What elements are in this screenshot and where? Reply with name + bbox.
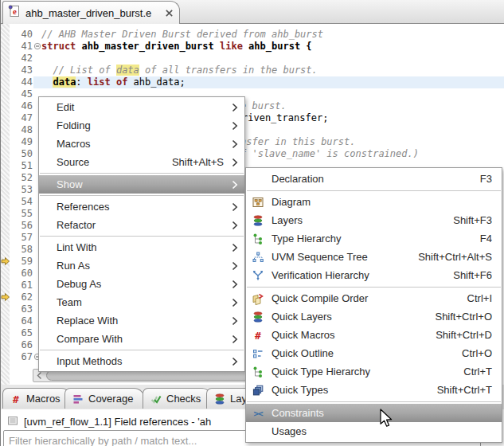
checks-icon	[150, 393, 162, 405]
menu-item-label: Quick Compile Order	[272, 292, 368, 304]
menu-item-declaration[interactable]: DeclarationF3	[246, 170, 502, 188]
submenu-arrow-icon	[227, 298, 238, 307]
menu-item-usages[interactable]: Usages	[246, 422, 502, 440]
close-icon[interactable]	[165, 9, 174, 18]
submenu-arrow-icon	[227, 139, 238, 149]
menu-item-label: Constraints	[272, 407, 324, 419]
submenu-arrow-icon	[227, 121, 238, 131]
marker-cell	[1, 196, 10, 208]
menu-item-quick-compile-order[interactable]: Quick Compile OrderCtrl+I	[246, 289, 502, 307]
menu-item-quick-layers[interactable]: Quick LayersShift+Ctrl+O	[246, 307, 502, 326]
menu-item-label: Diagram	[272, 196, 311, 208]
menu-item-verification-hierarchy[interactable]: Verification HierarchyShift+F6	[246, 266, 502, 284]
menu-item-show[interactable]: Show	[39, 175, 244, 194]
diagram-icon	[251, 196, 265, 209]
code-text: data: list of ahb_data;	[33, 76, 504, 88]
line-number: 43	[10, 65, 33, 76]
code-line-42[interactable]: 42	[1, 53, 504, 65]
menu-item-quick-macros[interactable]: #Quick MacrosShift+Ctrl+D	[246, 326, 502, 344]
menu-item-label: Replace With	[57, 315, 118, 327]
menu-item-diagram[interactable]: Diagram	[246, 193, 502, 211]
menu-separator	[40, 236, 244, 237]
menu-item-team[interactable]: Team	[39, 293, 244, 311]
menu-item-run-as[interactable]: Run As	[39, 256, 244, 275]
menu-item-label: References	[57, 201, 109, 213]
show-submenu: DeclarationF3DiagramLayersShift+F3Type H…	[245, 167, 502, 443]
code-line-41[interactable]: 41struct ahb_master_driven_burst like ah…	[1, 41, 504, 53]
menu-item-label: Refactor	[57, 219, 96, 231]
outline-icon	[251, 347, 265, 360]
marker-cell	[1, 232, 10, 244]
menu-item-shortcut: Ctrl+I	[467, 292, 495, 304]
menu-item-debug-as[interactable]: Debug As	[39, 275, 244, 293]
mouse-cursor	[380, 409, 394, 429]
menu-item-label: Show	[57, 178, 83, 190]
references-title: [uvm_ref_flow_1.1] Field references - 'a…	[24, 416, 211, 428]
marker-cell	[1, 53, 10, 65]
marker-cell	[1, 112, 10, 124]
menu-item-constraints[interactable]: ><Constraints	[246, 404, 502, 422]
line-number: 67	[10, 351, 33, 363]
menu-item-replace-with[interactable]: Replace With	[39, 311, 244, 330]
menu-item-macros[interactable]: Macros	[39, 135, 244, 153]
code-text: struct ahb_master_driven_burst like ahb_…	[33, 41, 504, 53]
marker-cell	[1, 208, 10, 220]
submenu-arrow-icon	[227, 243, 238, 252]
editor-tab[interactable]: e ahb_master_driven_burst.e	[2, 1, 180, 24]
line-number: 57	[10, 232, 33, 244]
layers-icon	[251, 311, 265, 323]
submenu-arrow-icon	[227, 221, 238, 230]
line-number: 55	[10, 208, 33, 220]
code-line-40[interactable]: 40// AHB Master Driven Burst derived fro…	[1, 29, 504, 41]
tab-coverage[interactable]: Coverage	[64, 388, 145, 409]
line-number: 40	[10, 29, 33, 41]
submenu-arrow-icon	[227, 316, 238, 326]
line-number: 63	[10, 303, 33, 315]
menu-item-references[interactable]: References	[39, 198, 244, 216]
menu-item-uvm-sequence-tree[interactable]: UVM Sequence TreeShift+Ctrl+Alt+S	[246, 248, 502, 266]
menu-item-shortcut: Shift+Ctrl+O	[435, 311, 495, 323]
menu-item-label: Compare With	[57, 333, 123, 345]
menu-item-quick-types[interactable]: Quick TypesShift+Ctrl+T	[246, 381, 502, 399]
type-hierarchy-icon	[251, 233, 265, 245]
editor-tab-title: ahb_master_driven_burst.e	[25, 7, 151, 19]
menu-separator	[40, 350, 244, 350]
bookmark-arrow-icon	[1, 291, 10, 303]
menu-item-shortcut: Shift+F3	[453, 214, 495, 226]
line-number: 51	[10, 160, 33, 172]
menu-item-edit[interactable]: Edit	[39, 98, 244, 116]
line-number: 60	[10, 268, 33, 280]
marker-cell	[1, 244, 10, 256]
menu-separator	[247, 401, 501, 402]
code-line-43[interactable]: 43 // List of data of all transfers in t…	[1, 65, 504, 76]
menu-item-quick-outline[interactable]: Quick OutlineCtrl+O	[246, 344, 502, 362]
marker-cell	[1, 339, 10, 351]
menu-item-source[interactable]: SourceShift+Alt+S	[39, 153, 244, 171]
line-number: 48	[10, 124, 33, 136]
menu-item-lint-with[interactable]: Lint With	[39, 238, 244, 256]
macros-icon: #	[251, 329, 265, 342]
menu-item-layers[interactable]: LayersShift+F3	[246, 211, 502, 229]
line-number: 49	[10, 136, 33, 148]
coverage-icon	[72, 393, 84, 405]
submenu-arrow-icon	[227, 158, 238, 167]
menu-item-label: Edit	[57, 101, 74, 113]
menu-item-folding[interactable]: Folding	[39, 116, 244, 135]
code-line-44[interactable]: 44 data: list of ahb_data;	[1, 76, 504, 88]
tab-checks[interactable]: Checks	[143, 388, 213, 409]
menu-item-quick-type-hierarchy[interactable]: Quick Type HierarchyCtrl+T	[246, 362, 502, 381]
menu-item-type-hierarchy[interactable]: Type HierarchyF4	[246, 229, 502, 248]
menu-item-input-methods[interactable]: Input Methods	[39, 352, 244, 370]
menu-item-compare-with[interactable]: Compare With	[39, 330, 244, 348]
menu-item-label: Usages	[272, 425, 307, 437]
menu-item-refactor[interactable]: Refactor	[39, 216, 244, 234]
menu-separator	[247, 190, 501, 191]
layers-icon	[213, 393, 226, 405]
line-number: 66	[10, 339, 33, 351]
marker-cell	[1, 29, 10, 41]
fold-minus-icon[interactable]	[33, 42, 41, 50]
list-icon	[7, 415, 18, 428]
menu-item-label: Input Methods	[57, 355, 122, 367]
types-icon	[251, 384, 265, 397]
tab-macros[interactable]: #Macros	[2, 388, 72, 409]
